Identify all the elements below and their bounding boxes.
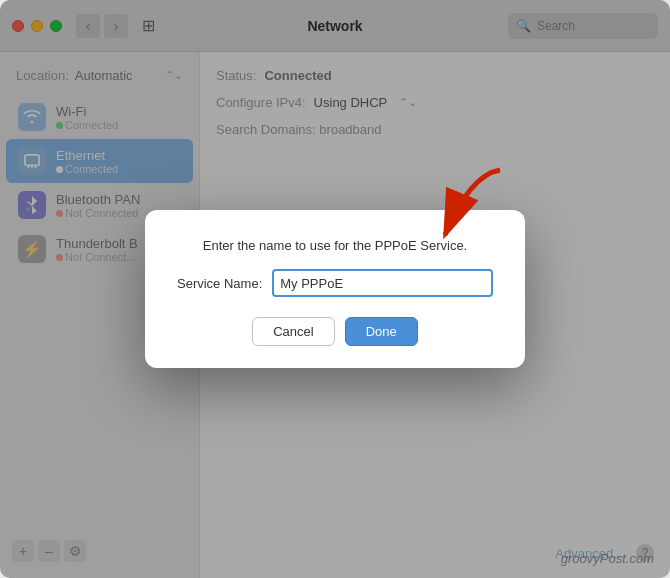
dialog-overlay: Enter the name to use for the PPPoE Serv… [0, 0, 670, 578]
dialog-field: Service Name: [177, 269, 493, 297]
service-name-input[interactable] [272, 269, 493, 297]
service-name-label: Service Name: [177, 276, 262, 291]
done-button[interactable]: Done [345, 317, 418, 346]
pppoe-dialog: Enter the name to use for the PPPoE Serv… [145, 210, 525, 368]
dialog-buttons: Cancel Done [177, 317, 493, 346]
cancel-button[interactable]: Cancel [252, 317, 334, 346]
network-window: ‹ › ⊞ Network 🔍 Search Location: Automat… [0, 0, 670, 578]
dialog-title: Enter the name to use for the PPPoE Serv… [177, 238, 493, 253]
